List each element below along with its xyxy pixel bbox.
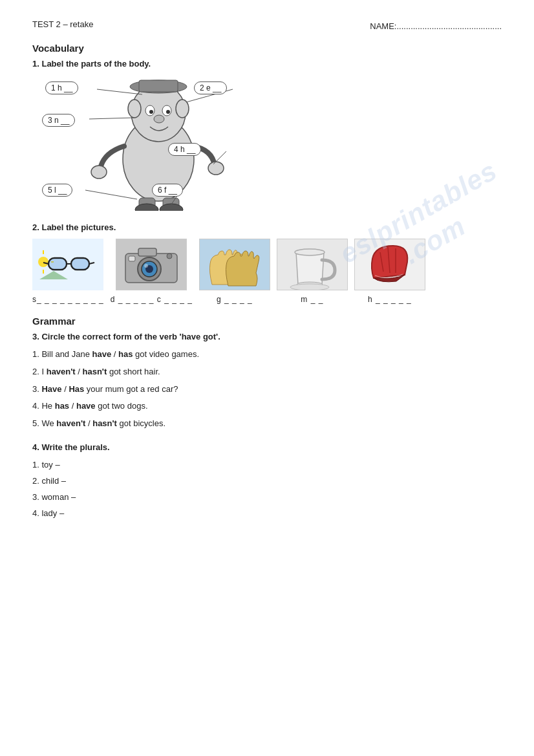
camera-label[interactable]: d _ _ _ _ _ c _ _ _ _: [111, 295, 193, 304]
label-6f[interactable]: 6 f __: [152, 184, 183, 197]
grammar-section: Grammar 3. Circle the correct form of th…: [32, 316, 502, 518]
svg-point-23: [38, 257, 48, 267]
pic-item-helmet: h _ _ _ _ _: [354, 239, 425, 304]
plural-item-1[interactable]: 1. toy –: [32, 460, 502, 470]
gloves-label[interactable]: g _ _ _ _: [217, 295, 253, 304]
pic-item-gloves: g _ _ _ _: [199, 239, 270, 304]
svg-point-46: [290, 284, 329, 290]
plural-item-3[interactable]: 3. woman –: [32, 492, 502, 502]
helmet-image: [354, 239, 425, 290]
label-5l[interactable]: 5 l __: [42, 184, 72, 197]
svg-point-7: [166, 110, 170, 114]
grammar-item-2: 2. I haven't / hasn't got short hair.: [32, 365, 502, 379]
svg-point-41: [144, 264, 148, 268]
grammar-item-5: 5. We haven't / hasn't got bicycles.: [32, 417, 502, 431]
pic-item-mug: m _ _: [277, 239, 348, 304]
plural-item-2[interactable]: 2. child –: [32, 476, 502, 486]
svg-point-44: [295, 249, 325, 255]
svg-rect-37: [138, 248, 156, 256]
mug-svg: [286, 239, 338, 290]
pictures-row: s_ _ _ _ _ _ _ _ _: [32, 239, 502, 304]
name-line: NAME:...................................…: [32, 21, 502, 31]
svg-point-43: [167, 254, 172, 259]
vocabulary-section: Vocabulary 1. Label the parts of the bod…: [32, 43, 502, 304]
label-2e[interactable]: 2 e __: [194, 81, 227, 94]
sunglasses-label[interactable]: s_ _ _ _ _ _ _ _ _: [32, 295, 104, 304]
pic-item-camera: d _ _ _ _ _ c _ _ _ _: [111, 239, 193, 304]
label-1h[interactable]: 1 h __: [45, 81, 78, 94]
svg-point-10: [208, 162, 224, 175]
helmet-label[interactable]: h _ _ _ _ _: [368, 295, 412, 304]
svg-line-21: [85, 190, 137, 199]
label-3n[interactable]: 3 n __: [42, 114, 75, 127]
q4-block: 4. Write the plurals. 1. toy – 2. child …: [32, 442, 502, 518]
svg-rect-16: [139, 80, 178, 92]
q3-heading: 3. Circle the correct form of the verb '…: [32, 332, 502, 341]
q4-heading: 4. Write the plurals.: [32, 442, 502, 452]
camera-svg: [122, 242, 180, 287]
svg-rect-33: [49, 259, 66, 269]
mug-image: [277, 239, 348, 290]
body-label-figure: 1 h __ 2 e __ 3 n __ 4 h __ 5 l __ 6 f _…: [39, 75, 284, 211]
mug-label[interactable]: m _ _: [301, 295, 323, 304]
svg-point-2: [128, 100, 141, 118]
grammar-heading: Grammar: [32, 316, 502, 327]
svg-point-6: [149, 110, 153, 114]
svg-rect-42: [129, 256, 135, 261]
grammar-item-4: 4. He has / have got two dogs.: [32, 400, 502, 413]
grammar-item-3: 3. Have / Has your mum got a red car?: [32, 383, 502, 396]
svg-point-8: [154, 115, 164, 123]
sunglasses-svg: [36, 244, 100, 286]
q1-heading: 1. Label the parts of the body.: [32, 59, 502, 69]
label-4h[interactable]: 4 h __: [168, 143, 201, 156]
svg-point-9: [91, 166, 107, 178]
helmet-svg: [361, 239, 419, 290]
svg-line-19: [89, 118, 134, 119]
svg-line-32: [89, 263, 94, 264]
svg-rect-34: [72, 259, 89, 269]
pic-item-sunglasses: s_ _ _ _ _ _ _ _ _: [32, 239, 104, 304]
plural-item-4[interactable]: 4. lady –: [32, 508, 502, 518]
sunglasses-image: [32, 239, 103, 290]
gloves-image: [199, 239, 270, 290]
grammar-item-1: 1. Bill and Jane have / has got video ga…: [32, 348, 502, 362]
q3-block: 3. Circle the correct form of the verb '…: [32, 332, 502, 431]
vocabulary-heading: Vocabulary: [32, 43, 502, 54]
gloves-svg: [202, 239, 267, 290]
camera-image: [116, 239, 187, 290]
q2-heading: 2. Label the pictures.: [32, 222, 502, 232]
